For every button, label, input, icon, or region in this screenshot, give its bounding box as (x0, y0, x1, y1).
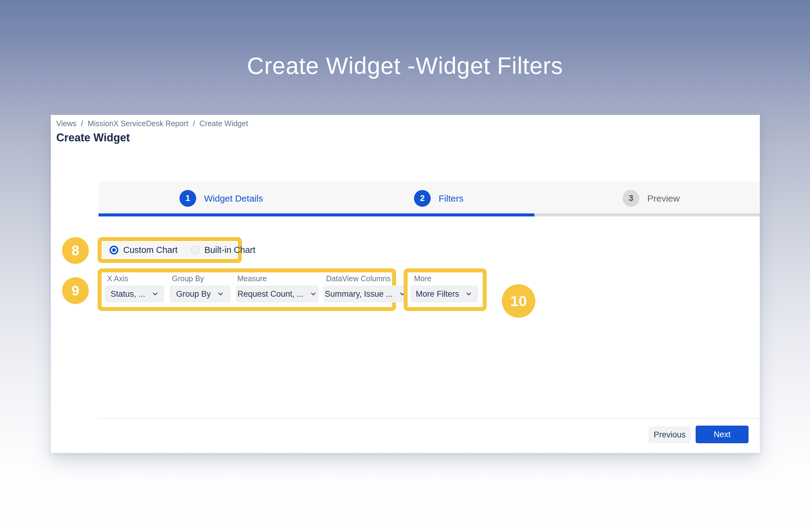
chevron-down-icon (465, 290, 472, 298)
chevron-down-icon (151, 290, 159, 298)
breadcrumb-separator: / (81, 119, 83, 128)
measure-dropdown-value: Request Count, ... (238, 289, 304, 299)
create-widget-card: Views / MissionX ServiceDesk Report / Cr… (51, 115, 760, 453)
filters-highlight-box: X Axis Group By Measure DataView Columns… (98, 268, 396, 311)
more-filters-highlight-box: More More Filters (404, 268, 487, 311)
dataview-columns-label: DataView Columns (326, 274, 391, 283)
annotation-badge-10: 10 (502, 284, 535, 318)
next-button[interactable]: Next (696, 426, 748, 443)
breadcrumb-item-views[interactable]: Views (56, 119, 76, 128)
x-axis-dropdown[interactable]: Status, ... (105, 285, 164, 302)
chevron-down-icon (310, 290, 317, 298)
radio-unselected-icon (191, 246, 199, 254)
x-axis-dropdown-value: Status, ... (110, 289, 145, 299)
card-heading: Create Widget (56, 131, 130, 144)
page-title: Create Widget -Widget Filters (0, 52, 810, 79)
chart-type-radio-group: Custom Chart Built-in Chart (103, 242, 237, 258)
radio-selected-icon (110, 246, 118, 254)
breadcrumb-separator: / (193, 119, 195, 128)
radio-custom-chart[interactable]: Custom Chart (110, 245, 178, 255)
annotation-badge-8: 8 (62, 237, 89, 264)
breadcrumb-item-report[interactable]: MissionX ServiceDesk Report (87, 119, 188, 128)
step-widget-details[interactable]: 1 Widget Details (179, 190, 263, 207)
footer-divider (99, 418, 760, 419)
dataview-columns-dropdown[interactable]: Summary, Issue ... (323, 285, 408, 302)
step-filters[interactable]: 2 Filters (414, 190, 464, 207)
dataview-columns-dropdown-value: Summary, Issue ... (325, 289, 393, 299)
previous-button[interactable]: Previous (648, 426, 691, 443)
radio-built-in-chart-label: Built-in Chart (205, 245, 256, 255)
group-by-dropdown-value: Group By (176, 289, 211, 299)
step-2-number-badge: 2 (414, 190, 431, 207)
step-1-label: Widget Details (204, 193, 263, 204)
step-1-number-badge: 1 (179, 190, 196, 207)
step-preview[interactable]: 3 Preview (622, 190, 680, 207)
measure-dropdown[interactable]: Request Count, ... (236, 285, 319, 302)
more-filters-dropdown[interactable]: More Filters (410, 285, 478, 302)
annotation-badge-9: 9 (62, 277, 89, 304)
breadcrumb: Views / MissionX ServiceDesk Report / Cr… (56, 119, 248, 128)
group-by-dropdown[interactable]: Group By (170, 285, 230, 302)
stepper: 1 Widget Details 2 Filters 3 Preview (99, 182, 760, 216)
radio-custom-chart-label: Custom Chart (123, 245, 178, 255)
chart-type-highlight-box: Custom Chart Built-in Chart (98, 237, 242, 263)
measure-label: Measure (237, 274, 267, 283)
x-axis-label: X Axis (107, 274, 128, 283)
step-3-number-badge: 3 (622, 190, 639, 207)
more-filters-dropdown-value: More Filters (416, 289, 459, 299)
step-3-label: Preview (647, 193, 680, 204)
more-label: More (414, 274, 431, 283)
breadcrumb-item-create-widget[interactable]: Create Widget (199, 119, 248, 128)
group-by-label: Group By (172, 274, 204, 283)
stepper-progress-track (99, 213, 760, 216)
chevron-down-icon (217, 290, 224, 298)
stepper-progress-fill (99, 213, 534, 216)
radio-built-in-chart[interactable]: Built-in Chart (191, 245, 256, 255)
step-2-label: Filters (439, 193, 464, 204)
page-background: Create Widget -Widget Filters Views / Mi… (0, 0, 810, 532)
